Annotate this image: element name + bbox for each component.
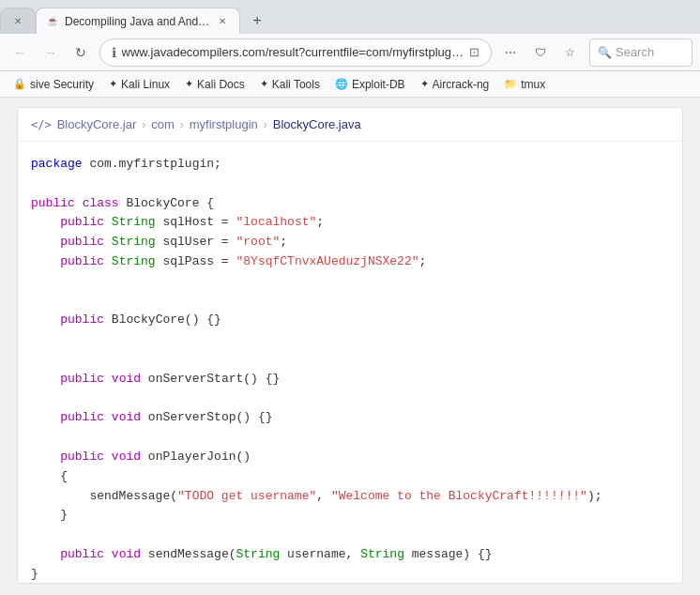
back-button[interactable]: ← (8, 39, 33, 66)
code-line-20 (31, 526, 669, 545)
code-line-17: { (31, 467, 669, 487)
bookmark-button[interactable]: ☆ (557, 39, 584, 66)
bookmark-kali-linux-icon: ✦ (109, 78, 117, 90)
breadcrumb-com[interactable]: com (151, 117, 175, 131)
bookmark-label: sive Security (30, 78, 94, 91)
bookmark-tmux[interactable]: 📁 tmux (498, 76, 551, 93)
code-line-6: public String sqlPass = "8YsqfCTnvxAUedu… (31, 252, 669, 272)
code-line-1: package com.myfirstplugin; (31, 155, 669, 175)
tab-title: Decompiling Java and And… (65, 15, 209, 28)
breadcrumb-sep3: › (264, 118, 267, 131)
tab-close-icon[interactable]: ✕ (215, 14, 230, 29)
security-icon: ℹ (112, 45, 116, 60)
bookmark-aircrack[interactable]: ✦ Aircrack-ng (415, 76, 495, 93)
close-icon[interactable]: ✕ (10, 14, 25, 29)
search-icon: 🔍 (598, 46, 612, 59)
search-box[interactable]: 🔍 Search (589, 38, 692, 67)
tab-inactive[interactable]: ✕ (0, 8, 36, 34)
page-action-icon: ⊡ (469, 45, 479, 59)
breadcrumb-sep2: › (180, 118, 184, 131)
extensions-button[interactable]: ⋯ (497, 39, 524, 66)
tab-active[interactable]: ☕ Decompiling Java and And… ✕ (36, 8, 240, 34)
bookmark-kali-tools[interactable]: ✦ Kali Tools (254, 76, 326, 93)
code-line-9: public BlockyCore() {} (31, 311, 669, 330)
bookmarks-bar: 🔒 sive Security ✦ Kali Linux ✦ Kali Docs… (0, 71, 700, 98)
code-line-19: } (31, 506, 669, 526)
breadcrumb-plugin[interactable]: myfirstplugin (190, 117, 258, 131)
bookmark-aircrack-icon: ✦ (420, 78, 429, 90)
code-line-7 (31, 272, 669, 292)
bookmark-kali-tools-icon: ✦ (260, 78, 268, 90)
code-line-10 (31, 330, 669, 350)
code-line-4: public String sqlHost = "localhost"; (31, 213, 669, 233)
bookmark-label: Kali Linux (121, 78, 170, 91)
page-content: </> BlockyCore.jar › com › myfirstplugin… (17, 107, 683, 584)
code-line-2 (31, 175, 669, 194)
code-line-12: public void onServerStart() {} (31, 370, 669, 389)
bookmark-kali-docs[interactable]: ✦ Kali Docs (179, 76, 251, 93)
code-line-18: sendMessage("TODO get username", "Welcom… (31, 487, 669, 507)
breadcrumb-sep1: › (142, 118, 145, 131)
browser-actions: ⋯ 🛡 ☆ (497, 39, 584, 66)
bookmark-exploit-icon: 🌐 (335, 78, 348, 90)
refresh-button[interactable]: ↻ (68, 39, 94, 66)
url-bar[interactable]: ℹ www.javadecompilers.com/result?current… (99, 38, 492, 67)
code-line-14: public void onServerStop() {} (31, 408, 669, 428)
breadcrumb-file: BlockyCore.java (273, 117, 361, 131)
bookmark-lock-icon: 🔒 (13, 78, 26, 90)
bookmark-label: Exploit-DB (352, 78, 405, 91)
tab-bar: ✕ ☕ Decompiling Java and And… ✕ + (0, 0, 700, 34)
code-area: package com.myfirstplugin; public class … (18, 142, 682, 584)
code-line-5: public String sqlUser = "root"; (31, 233, 669, 252)
bookmark-kali-linux[interactable]: ✦ Kali Linux (103, 76, 175, 93)
bookmark-label: tmux (521, 78, 545, 91)
bookmark-label: Kali Tools (272, 78, 320, 91)
forward-button[interactable]: → (38, 39, 64, 66)
code-line-8 (31, 292, 669, 312)
code-line-13 (31, 389, 669, 409)
bookmark-offensive-security[interactable]: 🔒 sive Security (8, 76, 99, 93)
code-line-21: public void sendMessage(String username,… (31, 545, 669, 565)
code-line-3: public class BlockyCore { (31, 194, 669, 214)
url-text: www.javadecompilers.com/result?currentfi… (122, 45, 464, 59)
breadcrumb: </> BlockyCore.jar › com › myfirstplugin… (18, 108, 682, 142)
bookmark-exploit-db[interactable]: 🌐 Exploit-DB (329, 76, 411, 93)
bookmark-tmux-icon: 📁 (504, 78, 517, 90)
bookmark-label: Aircrack-ng (433, 78, 490, 91)
tab-favicon: ☕ (46, 15, 59, 28)
code-line-11 (31, 350, 669, 370)
code-line-16: public void onPlayerJoin() (31, 448, 669, 467)
breadcrumb-icon: </> (31, 118, 52, 131)
address-bar: ← → ↻ ℹ www.javadecompilers.com/result?c… (0, 34, 700, 71)
code-line-15 (31, 428, 669, 448)
code-line-22: } (31, 565, 669, 584)
browser-window: ✕ ☕ Decompiling Java and And… ✕ + ← → ↻ … (0, 0, 700, 584)
shield-button[interactable]: 🛡 (527, 39, 554, 66)
bookmark-kali-docs-icon: ✦ (185, 78, 193, 90)
bookmark-label: Kali Docs (197, 78, 245, 91)
new-tab-button[interactable]: + (244, 8, 270, 34)
breadcrumb-jar[interactable]: BlockyCore.jar (57, 117, 137, 131)
search-placeholder: Search (616, 45, 654, 59)
